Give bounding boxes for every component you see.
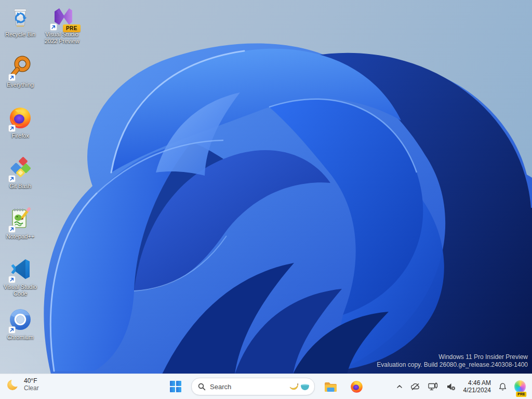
shortcut-arrow-icon	[8, 276, 16, 283]
desktop-icon-label: Chromium	[0, 334, 41, 341]
windows-start-icon	[170, 381, 181, 392]
file-explorer-icon	[324, 380, 338, 394]
show-hidden-icons-button[interactable]	[393, 376, 406, 397]
notifications-button[interactable]	[495, 376, 510, 397]
bowl-icon	[300, 381, 310, 392]
desktop-icon-label: Firefox	[0, 132, 41, 139]
shortcut-arrow-icon	[8, 326, 16, 334]
desktop-icon-label: Notepad++	[0, 233, 41, 240]
shortcut-arrow-icon	[50, 23, 57, 31]
bloom-illustration	[0, 0, 532, 374]
taskbar-firefox-button[interactable]	[346, 376, 367, 397]
desktop-icon-chromium[interactable]: Chromium	[0, 307, 41, 341]
preview-badge: PRE	[63, 24, 81, 32]
copilot-preview-badge: PRE	[516, 392, 526, 397]
desktop-icon-visual-studio-code[interactable]: Visual Studio Code	[0, 257, 41, 297]
recycle-bin-icon	[8, 4, 33, 29]
copilot-icon	[514, 380, 526, 393]
desktop-icon-git-bash[interactable]: Git Bash	[0, 156, 41, 190]
watermark-line2: Evaluation copy. Build 26080.ge_release.…	[377, 361, 528, 369]
clock-tray-button[interactable]: 4:46 AM 4/21/2024	[460, 376, 494, 397]
windows-build-watermark: Windows 11 Pro Insider Preview Evaluatio…	[377, 353, 528, 369]
volume-muted-button[interactable]	[443, 376, 459, 397]
desktop-screen: Windows 11 Pro Insider Preview Evaluatio…	[0, 0, 532, 399]
copilot-button[interactable]: PRE	[511, 376, 529, 397]
tray-time: 4:46 AM	[463, 379, 491, 387]
weather-condition: Clear	[24, 384, 39, 392]
crescent-moon-icon	[6, 378, 20, 391]
watermark-line1: Windows 11 Pro Insider Preview	[377, 353, 528, 361]
desktop-icon-everything[interactable]: Everything	[0, 55, 41, 88]
weather-temperature: 40°F	[24, 377, 39, 384]
wallpaper-windows-bloom	[0, 0, 532, 374]
volume-muted-icon	[446, 381, 456, 392]
shortcut-arrow-icon	[8, 125, 16, 132]
search-placeholder: Search	[210, 383, 284, 391]
desktop-icon-notepad-plus-plus[interactable]: Notepad++	[0, 206, 41, 240]
taskbar-center: Search	[165, 374, 367, 399]
onedrive-paused-icon	[410, 382, 420, 392]
bell-icon	[498, 382, 507, 391]
firefox-icon	[350, 380, 364, 394]
shortcut-arrow-icon	[8, 175, 16, 182]
shortcut-arrow-icon	[8, 225, 16, 233]
system-tray: 4:46 AM 4/21/2024 PRE	[393, 374, 529, 399]
shortcut-arrow-icon	[8, 74, 16, 81]
desktop-icon-label: Recycle Bin	[0, 31, 41, 38]
tray-date: 4/21/2024	[463, 387, 491, 394]
taskbar-file-explorer-button[interactable]	[320, 376, 341, 397]
taskbar: 40°F Clear	[0, 374, 532, 399]
search-icon	[198, 383, 206, 391]
desktop-icon-label: Visual Studio Code	[0, 284, 41, 297]
desktop-icon-recycle-bin[interactable]: Recycle Bin	[0, 4, 41, 38]
start-button[interactable]	[165, 376, 186, 397]
banana-icon	[288, 381, 299, 392]
network-button[interactable]	[424, 376, 442, 397]
desktop-icon-label: Git Bash	[0, 183, 41, 190]
chevron-up-icon	[396, 383, 403, 390]
onedrive-paused-button[interactable]	[407, 376, 423, 397]
search-box[interactable]: Search	[191, 378, 315, 395]
weather-widget[interactable]: 40°F Clear	[1, 374, 44, 395]
desktop-icon-firefox[interactable]: Firefox	[0, 105, 41, 139]
wired-network-icon	[428, 381, 438, 392]
desktop-icon-visual-studio-2022-preview[interactable]: PRE Visual Studio 2022 Preview	[42, 4, 82, 45]
search-highlight	[288, 381, 311, 392]
desktop-icon-label: Everything	[0, 82, 41, 88]
desktop-icon-label: Visual Studio 2022 Preview	[42, 31, 82, 45]
